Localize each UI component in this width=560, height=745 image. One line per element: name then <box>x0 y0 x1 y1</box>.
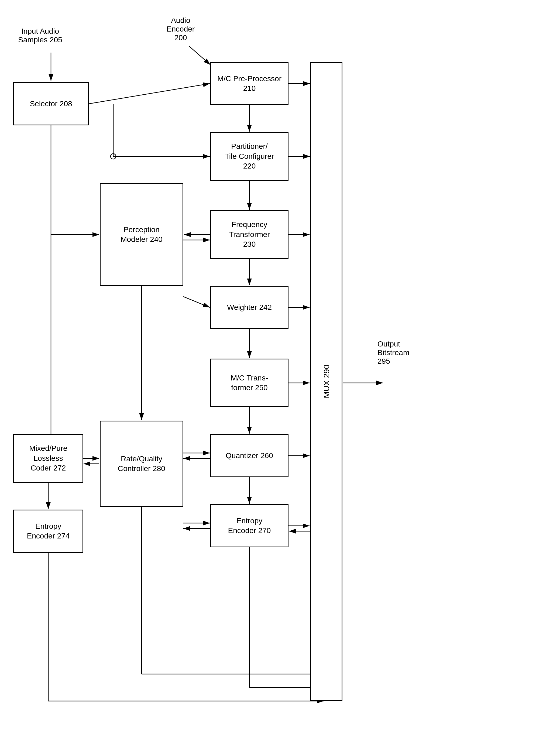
freq-transformer-block: FrequencyTransformer230 <box>210 210 289 259</box>
diagram-container: Input AudioSamples 205 AudioEncoder200 O… <box>0 0 560 745</box>
mc-transformer-block: M/C Trans-former 250 <box>210 359 289 407</box>
output-bitstream-label: OutputBitstream295 <box>377 340 426 366</box>
selector-block: Selector 208 <box>13 82 89 125</box>
mc-preprocessor-block: M/C Pre-Processor 210 <box>210 62 289 105</box>
mixed-lossless-block: Mixed/PureLosslessCoder 272 <box>13 434 83 483</box>
partitioner-block: Partitioner/Tile Configurer220 <box>210 132 289 181</box>
quantizer-block: Quantizer 260 <box>210 434 289 477</box>
svg-line-21 <box>183 297 210 307</box>
input-audio-label: Input AudioSamples 205 <box>13 27 67 44</box>
weighter-block: Weighter 242 <box>210 286 289 329</box>
perception-modeler-block: PerceptionModeler 240 <box>100 183 183 286</box>
svg-line-5 <box>89 84 210 104</box>
mux-block: MUX 290 <box>310 62 342 701</box>
entropy-encoder-274-block: EntropyEncoder 274 <box>13 510 83 553</box>
svg-point-24 <box>110 154 116 159</box>
entropy-encoder-270-block: EntropyEncoder 270 <box>210 504 289 547</box>
rate-quality-block: Rate/QualityController 280 <box>100 421 183 507</box>
svg-line-4 <box>189 46 210 65</box>
audio-encoder-label: AudioEncoder200 <box>159 16 202 42</box>
